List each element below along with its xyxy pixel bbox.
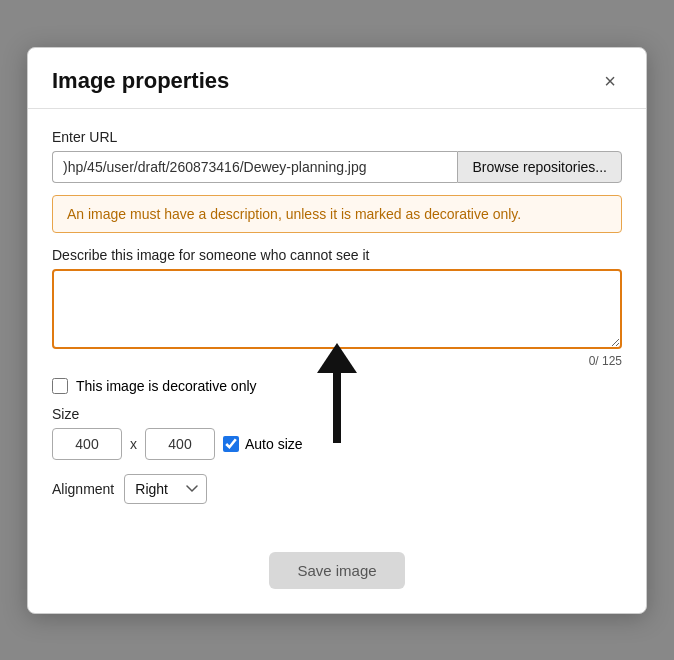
decorative-row: This image is decorative only	[52, 378, 622, 394]
url-label: Enter URL	[52, 129, 622, 145]
char-count: 0/ 125	[52, 354, 622, 368]
alignment-select[interactable]: Left Center Right None	[124, 474, 207, 504]
width-input[interactable]	[52, 428, 122, 460]
dialog-header: Image properties ×	[28, 48, 646, 109]
alignment-row: Alignment Left Center Right None	[52, 474, 622, 504]
size-separator: x	[130, 436, 137, 452]
alignment-label: Alignment	[52, 481, 114, 497]
browse-repositories-button[interactable]: Browse repositories...	[457, 151, 622, 183]
save-image-button[interactable]: Save image	[269, 552, 404, 589]
height-input[interactable]	[145, 428, 215, 460]
decorative-checkbox[interactable]	[52, 378, 68, 394]
warning-text: An image must have a description, unless…	[67, 206, 521, 222]
dialog-body: Enter URL Browse repositories... An imag…	[28, 109, 646, 552]
size-label: Size	[52, 406, 622, 422]
autosize-label[interactable]: Auto size	[245, 436, 303, 452]
autosize-row: Auto size	[223, 436, 303, 452]
size-row: x Auto size	[52, 428, 622, 460]
dialog-title: Image properties	[52, 68, 229, 94]
decorative-label[interactable]: This image is decorative only	[76, 378, 257, 394]
url-row: Browse repositories...	[52, 151, 622, 183]
warning-box: An image must have a description, unless…	[52, 195, 622, 233]
image-properties-dialog: Image properties × Enter URL Browse repo…	[27, 47, 647, 614]
dialog-footer: Save image	[28, 552, 646, 613]
describe-label: Describe this image for someone who cann…	[52, 247, 622, 263]
autosize-checkbox[interactable]	[223, 436, 239, 452]
describe-textarea[interactable]	[52, 269, 622, 349]
url-input[interactable]	[52, 151, 457, 183]
close-button[interactable]: ×	[598, 69, 622, 93]
